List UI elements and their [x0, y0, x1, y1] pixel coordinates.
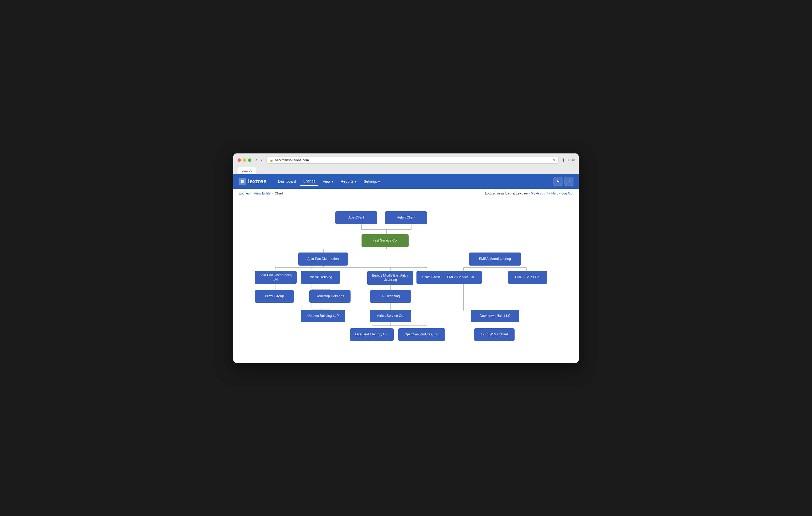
node-overland-electric[interactable]: Overland Electric, Co. — [350, 328, 394, 341]
node-brazil-group[interactable]: Brazil Group — [255, 290, 294, 303]
chevron-down-icon: ▾ — [331, 179, 333, 183]
breadcrumb-bar: Entities › View Entity › Chart Logged in… — [233, 189, 579, 198]
node-helen-client[interactable]: Helen Client — [385, 211, 427, 224]
chevron-down-icon: ▾ — [355, 179, 356, 183]
logout-link[interactable]: Log Out — [561, 191, 573, 195]
my-account-link[interactable]: My Account — [531, 191, 548, 195]
node-asia-pac-distributors[interactable]: Asia Pac Distributors, Ltd — [255, 271, 297, 284]
lock-icon: 🔒 — [270, 158, 273, 162]
print-button[interactable]: 🖨 — [554, 177, 562, 186]
breadcrumb: Entities › View Entity › Chart — [239, 191, 283, 195]
logo-text: lextree — [248, 178, 267, 185]
username: Laura Lextree — [505, 191, 528, 195]
node-pacific-refining[interactable]: Pacific Refining — [301, 271, 340, 284]
nav-view[interactable]: View ▾ — [319, 177, 337, 186]
nav-reports[interactable]: Reports ▾ — [338, 177, 359, 186]
help-link[interactable]: Help — [551, 191, 558, 195]
forward-button[interactable]: › — [260, 157, 263, 163]
node-abe-client[interactable]: Abe Client — [336, 211, 377, 224]
node-emea-mfg[interactable]: EMEA Manufacturing — [469, 252, 521, 266]
chart-area: Abe Client Helen Client Fast Service Co.… — [233, 198, 579, 363]
logo-icon: ⊞ — [239, 178, 246, 185]
minimize-button[interactable] — [243, 158, 246, 162]
user-info: Logged in as Laura Lextree - My Account … — [485, 191, 573, 195]
breadcrumb-entities[interactable]: Entities — [239, 191, 250, 195]
tabs-button[interactable]: ⧉ — [572, 158, 575, 162]
back-button[interactable]: ‹ — [255, 157, 258, 163]
traffic-lights — [237, 158, 252, 162]
nav-settings[interactable]: Settings ▾ — [361, 177, 383, 186]
node-fast-service[interactable]: Fast Service Co. — [361, 234, 409, 247]
app-logo: ⊞ lextree — [239, 178, 267, 185]
node-ip-licensing[interactable]: IP Licensing — [370, 290, 411, 303]
chevron-down-icon: ▾ — [378, 179, 380, 183]
node-open-sea[interactable]: Open Sea Ventures, Inc. — [398, 328, 445, 341]
breadcrumb-view-entity[interactable]: View Entity — [254, 191, 270, 195]
node-emea-sales[interactable]: EMEA Sales Co. — [508, 271, 547, 284]
node-realprop[interactable]: RealProp Holdings — [309, 290, 351, 303]
breadcrumb-sep-1: › — [252, 192, 253, 195]
main-nav: Dashboard Entities View ▾ Reports ▾ Sett… — [275, 177, 383, 186]
node-asia-pac-dist[interactable]: Asia Pac Distribution — [298, 252, 348, 266]
url-text: berkmansolutions.com — [275, 158, 309, 162]
maximize-button[interactable] — [248, 158, 252, 162]
help-button[interactable]: ? — [564, 177, 573, 186]
reload-icon[interactable]: ↻ — [552, 158, 555, 162]
app-header: ⊞ lextree Dashboard Entities View ▾ Repo… — [233, 174, 579, 189]
node-downtown-hall[interactable]: Downtown Hall, LLC — [471, 310, 519, 322]
address-bar[interactable]: 🔒 berkmansolutions.com ↻ — [266, 157, 558, 164]
new-tab-button[interactable]: + — [567, 158, 570, 162]
nav-dashboard[interactable]: Dashboard — [275, 177, 299, 186]
share-button[interactable]: ⬆ — [562, 158, 565, 162]
node-emea-licensing[interactable]: Europe Middle East Africa Licensing — [367, 271, 413, 285]
breadcrumb-sep-2: › — [272, 192, 273, 195]
node-africa-service[interactable]: Africa Service Co. — [370, 310, 411, 322]
browser-chrome: ‹ › 🔒 berkmansolutions.com ↻ ⬆ + ⧉ Lextr… — [233, 153, 579, 174]
browser-window: ‹ › 🔒 berkmansolutions.com ↻ ⬆ + ⧉ Lextr… — [233, 153, 579, 363]
active-tab[interactable]: Lextree — [237, 167, 256, 174]
node-emea-service[interactable]: EMEA Service Co. — [440, 271, 482, 284]
nav-entities[interactable]: Entities — [300, 177, 318, 186]
org-chart-container: Abe Client Helen Client Fast Service Co.… — [249, 206, 563, 352]
node-uptown[interactable]: Uptown Building LLP — [301, 310, 345, 322]
node-123-sw-merchant[interactable]: 123 SW Merchant — [474, 328, 515, 341]
breadcrumb-chart: Chart — [275, 191, 283, 195]
close-button[interactable] — [237, 158, 241, 162]
